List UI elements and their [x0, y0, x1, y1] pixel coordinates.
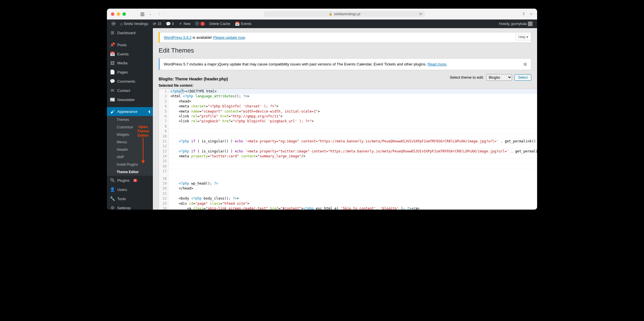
- chevron-down-icon[interactable]: ⌄: [148, 12, 153, 16]
- wrench-icon: 🔧: [110, 196, 115, 201]
- editing-file-title: Blogito: Theme Header (header.php): [159, 77, 228, 81]
- url-text: strefavendingu.pl: [334, 12, 360, 16]
- updates-link[interactable]: ⟳15: [151, 20, 164, 28]
- dismiss-icon[interactable]: ⊗: [523, 61, 527, 67]
- theme-select[interactable]: Blogito: [486, 74, 512, 81]
- seo-link[interactable]: Ⓨ1: [193, 20, 207, 28]
- sub-theme-editor[interactable]: Theme Editor: [107, 168, 153, 176]
- menu-users[interactable]: 👤Users: [107, 185, 153, 194]
- media-icon: 🖼: [110, 61, 115, 65]
- address-bar[interactable]: 🔒 strefavendingu.pl ⟳: [264, 11, 425, 17]
- sub-amp[interactable]: AMP: [107, 153, 153, 161]
- window-controls[interactable]: [111, 12, 126, 16]
- code-line[interactable]: 2<html <?php language_attributes(); ?>>: [159, 94, 537, 99]
- code-line[interactable]: 10: [159, 134, 537, 139]
- user-icon: 👤: [110, 187, 115, 192]
- calendar-icon: 📅: [235, 22, 240, 26]
- help-tab[interactable]: Help ▾: [515, 34, 531, 40]
- new-content-link[interactable]: ＋New: [176, 20, 193, 28]
- code-line[interactable]: 7 <link rel="pingback" href="<?php blogi…: [159, 119, 537, 124]
- share-icon[interactable]: ⇪: [522, 11, 525, 17]
- code-line[interactable]: 23 <div id="page" class="hfeed site">: [159, 201, 537, 206]
- code-line[interactable]: 1<?php?><!DOCTYPE html>: [159, 89, 537, 94]
- code-line[interactable]: 21: [159, 191, 537, 196]
- admin-sidebar: ⊞Dashboard 📌Posts 📅Events 🖼Media 📄Pages …: [107, 28, 153, 210]
- nav-forward-icon[interactable]: 〉: [163, 11, 167, 17]
- mail-icon: ✉: [110, 88, 115, 93]
- menu-newsletter[interactable]: 📰Newsletter: [107, 95, 153, 104]
- site-name-link[interactable]: ⌂Strefa Vendingu: [118, 20, 151, 28]
- delete-cache-link[interactable]: Delete Cache: [207, 20, 233, 28]
- browser-chrome: ▥ ⌄ 〈 〉 🔒 strefavendingu.pl ⟳ ⇪ ＋: [107, 9, 537, 20]
- page-icon: 📄: [110, 69, 115, 75]
- menu-dashboard[interactable]: ⊞Dashboard: [107, 28, 153, 37]
- code-line[interactable]: 14 <meta property="twitter:card" content…: [159, 154, 537, 159]
- code-line[interactable]: 16: [159, 164, 537, 169]
- menu-pages[interactable]: 📄Pages: [107, 67, 153, 77]
- jquery-notice: WordPress 5.7 includes a major jQuery up…: [159, 58, 531, 70]
- howdy-account[interactable]: Howdy, jpomykala: [497, 20, 535, 28]
- wp-logo[interactable]: ⓦ: [109, 20, 118, 28]
- code-line[interactable]: 17Paste your code here: [159, 169, 537, 176]
- menu-plugins[interactable]: 🔌Plugins8: [107, 176, 153, 185]
- menu-settings[interactable]: ⚙Settings: [107, 203, 153, 210]
- reload-icon[interactable]: ⟳: [419, 12, 422, 16]
- code-line[interactable]: 6 <link rel="profile" href="http://gmpg.…: [159, 114, 537, 119]
- close-window-icon[interactable]: [111, 12, 114, 16]
- sub-menus[interactable]: Menus: [107, 138, 153, 146]
- news-icon: 📰: [110, 97, 115, 102]
- main-content: Help ▾ WordPress 5.8.2 is available! Ple…: [153, 28, 537, 210]
- sub-header[interactable]: Header: [107, 146, 153, 153]
- sub-customize[interactable]: Customize: [107, 123, 153, 131]
- menu-contact[interactable]: ✉Contact: [107, 86, 153, 95]
- wp-version-link[interactable]: WordPress 5.8.2: [164, 35, 192, 40]
- code-editor[interactable]: 1<?php?><!DOCTYPE html>2<html <?php lang…: [159, 89, 537, 210]
- menu-media[interactable]: 🖼Media: [107, 59, 153, 67]
- code-line[interactable]: 15: [159, 159, 537, 164]
- comments-link[interactable]: 💬0: [164, 20, 176, 28]
- brush-icon: 🖌: [110, 109, 115, 114]
- code-line[interactable]: 12: [159, 144, 537, 149]
- code-line[interactable]: 19 <?php wp_head(); ?>: [159, 181, 537, 186]
- menu-comments[interactable]: 💬Comments: [107, 77, 153, 86]
- code-line[interactable]: 8: [159, 124, 537, 129]
- code-line[interactable]: 11 <?php if ( is_singular() ) echo '<met…: [159, 139, 537, 144]
- maximize-window-icon[interactable]: [122, 12, 126, 16]
- pin-icon: 📌: [110, 42, 115, 47]
- code-line[interactable]: 3 <head>: [159, 99, 537, 104]
- code-line[interactable]: 18: [159, 176, 537, 181]
- code-line[interactable]: 13 <?php if ( is_singular() ) echo '<met…: [159, 149, 537, 154]
- comment-icon: 💬: [166, 22, 171, 26]
- calendar-icon: 📅: [110, 51, 115, 57]
- sub-widgets[interactable]: Widgets: [107, 131, 153, 138]
- page-title: Edit Themes: [159, 47, 531, 54]
- comment-icon: 💬: [110, 79, 115, 84]
- code-line[interactable]: 5 <meta name="viewport" content="width=d…: [159, 109, 537, 114]
- appearance-submenu: Themes Customize Widgets Menus Header AM…: [107, 116, 153, 176]
- events-link[interactable]: 📅Events: [232, 20, 254, 28]
- sidebar-toggle-icon[interactable]: ▥: [139, 11, 146, 17]
- sliders-icon: ⚙: [110, 205, 115, 210]
- menu-events[interactable]: 📅Events: [107, 49, 153, 59]
- select-button[interactable]: Select: [514, 74, 531, 81]
- nav-back-icon[interactable]: 〈: [157, 11, 160, 17]
- code-line[interactable]: 9: [159, 129, 537, 134]
- wp-admin-bar: ⓦ ⌂Strefa Vendingu ⟳15 💬0 ＋New Ⓨ1 Delete…: [107, 20, 537, 28]
- menu-tools[interactable]: 🔧Tools: [107, 194, 153, 203]
- code-line[interactable]: 4 <meta charset="<?php bloginfo( 'charse…: [159, 104, 537, 109]
- yoast-icon: Ⓨ: [195, 21, 199, 26]
- update-now-link[interactable]: Please update now: [213, 35, 245, 40]
- read-more-link[interactable]: Read more.: [428, 62, 447, 66]
- code-line[interactable]: 22 <body <?php body_class(); ?>>: [159, 196, 537, 201]
- plugin-icon: 🔌: [110, 178, 115, 183]
- sub-themes[interactable]: Themes: [107, 116, 153, 123]
- new-tab-icon[interactable]: ＋: [529, 11, 533, 17]
- menu-posts[interactable]: 📌Posts: [107, 40, 153, 49]
- sub-install-plugins[interactable]: Install Plugins: [107, 161, 153, 168]
- code-line[interactable]: 24 <a class="skip-link screen-reader-tex…: [159, 206, 537, 210]
- home-icon: ⌂: [120, 22, 122, 26]
- minimize-window-icon[interactable]: [117, 12, 120, 16]
- menu-appearance[interactable]: 🖌Appearance: [107, 107, 153, 116]
- select-theme-label: Select theme to edit:: [450, 75, 484, 80]
- code-line[interactable]: 20 </head>: [159, 186, 537, 191]
